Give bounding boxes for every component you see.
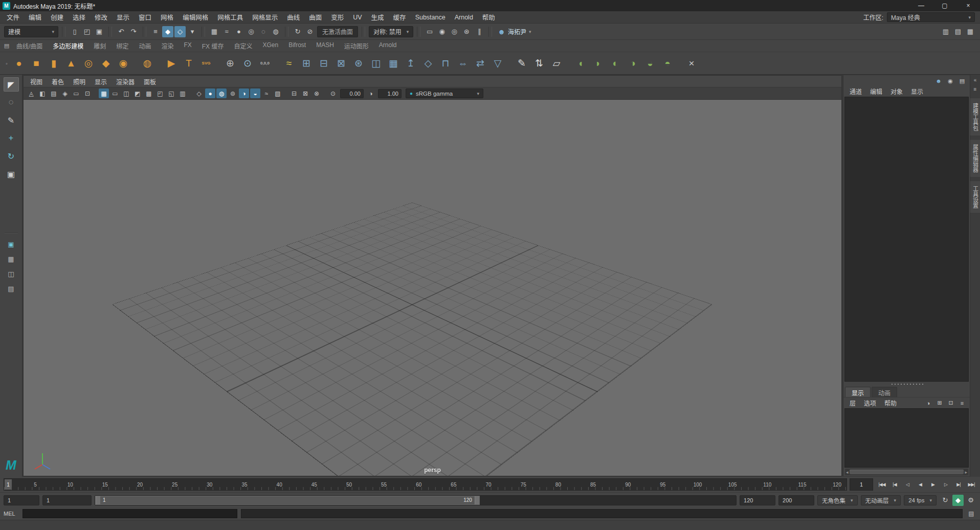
command-results[interactable] (241, 509, 963, 518)
new-scene-icon[interactable]: ▯ (69, 26, 80, 37)
gamma-icon[interactable]: ◑ (366, 89, 376, 98)
pause-icon[interactable]: ∥ (474, 26, 485, 37)
wireframe-display-icon[interactable]: ◇ (194, 89, 204, 98)
select-tool[interactable]: ◤ (4, 77, 19, 92)
snap-to-projected-center-icon[interactable]: ◎ (246, 26, 257, 37)
safe-action-icon[interactable]: ◰ (155, 89, 165, 98)
boolean-icon[interactable]: ⊛ (351, 56, 366, 71)
menu-item[interactable]: 网格显示 (248, 11, 282, 23)
snap-to-curve-icon[interactable]: ≈ (221, 26, 232, 37)
poly-sphere-icon[interactable]: ● (11, 56, 27, 71)
new-layer-from-selected-icon[interactable]: ⊡ (946, 399, 955, 408)
shelf-tab[interactable]: 绑定 (111, 40, 133, 52)
playback-range-bar[interactable]: 1 120 (95, 496, 480, 505)
grid-toggle-icon[interactable]: ▦ (99, 89, 109, 98)
shelf-tab[interactable]: 雕刻 (88, 40, 111, 52)
current-frame-field[interactable]: 1 (850, 478, 873, 491)
make-live-icon[interactable]: ◍ (270, 26, 281, 37)
bridge-icon[interactable]: ⊓ (438, 56, 453, 71)
combine-icon[interactable]: ⊞ (299, 56, 314, 71)
shelf-tab[interactable]: 运动图形 (339, 40, 374, 52)
smooth-brush-icon[interactable]: ◗ (590, 56, 606, 71)
shelf-tab[interactable]: 多边形建模 (48, 40, 88, 52)
cleanup-icon[interactable]: × (684, 56, 699, 71)
menu-item[interactable]: 曲面 (304, 11, 326, 23)
resolution-gate-icon[interactable]: ◫ (121, 89, 131, 98)
poly-cone-icon[interactable]: ▲ (63, 56, 79, 71)
animation-end-field[interactable]: 200 (778, 495, 814, 505)
bevel-icon[interactable]: ◇ (420, 56, 436, 71)
menu-item[interactable]: 曲线 (282, 11, 304, 23)
shelf-tab[interactable]: Bifrost (283, 40, 311, 52)
symmetrize-icon[interactable]: ⇔ (455, 56, 471, 71)
shelf-item-menu-icon[interactable]: ◦ (2, 60, 11, 67)
no-construction-history-icon[interactable]: ⊘ (304, 26, 316, 37)
sidebar-vertical-tab[interactable]: 属性编辑器 (970, 139, 980, 178)
outliner-pane-layout-icon[interactable]: ▤ (4, 283, 19, 294)
bulge-brush-icon[interactable]: ◐ (608, 56, 623, 71)
ambient-occlusion-icon[interactable]: ◒ (250, 89, 260, 98)
timeline-playhead[interactable]: 1 (5, 479, 12, 490)
layer-menu-item[interactable]: 层 (845, 399, 860, 407)
sidebar-vertical-tab[interactable]: 工具设置 (970, 181, 980, 213)
modeling-toolkit-toggle-icon[interactable]: ▥ (940, 26, 951, 37)
menu-item[interactable]: 窗口 (134, 11, 156, 23)
fps-dropdown[interactable]: 24 fps ▾ (904, 495, 937, 505)
play-backwards-button[interactable]: ◀ (914, 478, 926, 491)
range-slider-track[interactable]: 1 120 (95, 495, 737, 505)
sculpt-brush-icon[interactable]: ◖ (573, 56, 588, 71)
camera-attributes-icon[interactable]: ▤ (49, 89, 59, 98)
lock-camera-icon[interactable]: ◧ (37, 89, 48, 98)
snap-align-icon[interactable]: ⊙ (240, 56, 255, 71)
menu-item[interactable]: 网格工具 (213, 11, 248, 23)
poly-cube-icon[interactable]: ■ (29, 56, 44, 71)
scroll-right-icon[interactable]: ▸ (965, 470, 967, 475)
minimize-button[interactable]: — (909, 0, 933, 11)
menu-item[interactable]: 选择 (68, 11, 90, 23)
step-forward-frame-button[interactable]: ▶| (952, 478, 965, 491)
horizontal-scrollbar[interactable]: ◂ ▸ (845, 469, 968, 475)
svg-tool-icon[interactable]: SVG (198, 56, 214, 71)
shelf-tab[interactable]: FX 缓存 (197, 40, 229, 52)
rotate-tool[interactable]: ↻ (4, 149, 19, 163)
snap-to-view-plane-icon[interactable]: ◌ (258, 26, 269, 37)
lasso-tool[interactable]: ◌ (4, 95, 19, 109)
zero-transform-icon[interactable]: 0,0,0 (257, 56, 273, 71)
channel-box-menu-item[interactable]: 显示 (907, 87, 927, 96)
poly-plane-icon[interactable]: ◆ (98, 56, 114, 71)
textured-display-icon[interactable]: ◍ (216, 89, 227, 98)
exposure-icon[interactable]: ⊙ (328, 89, 338, 98)
extract-icon[interactable]: ⊠ (333, 56, 349, 71)
playback-start-field[interactable]: 1 (42, 495, 92, 505)
notes-icon[interactable]: ▤ (957, 76, 967, 85)
go-to-end-button[interactable]: ▶▶| (965, 478, 977, 491)
menu-item[interactable]: 变形 (326, 11, 348, 23)
snap-to-point-icon[interactable]: ● (233, 26, 244, 37)
isolate-select-icon[interactable]: ⊟ (289, 89, 299, 98)
undo-icon[interactable]: ↶ (116, 26, 127, 37)
transfer-attributes-icon[interactable]: ⇄ (473, 56, 488, 71)
panel-splitter[interactable] (843, 382, 970, 386)
smooth-mesh-icon[interactable]: ≈ (281, 56, 297, 71)
viewport-menu-item[interactable]: 显示 (90, 77, 112, 86)
shaded-display-icon[interactable]: ● (205, 89, 215, 98)
script-editor-icon[interactable]: ▤ (966, 509, 976, 519)
viewport-menu-item[interactable]: 渲染器 (112, 77, 139, 86)
shelf-tab[interactable]: 渲染 (156, 40, 179, 52)
layer-menu-item[interactable]: 帮助 (880, 399, 901, 407)
channel-box-menu-item[interactable]: 通道 (845, 87, 866, 96)
xray-joints-icon[interactable]: ⊗ (311, 89, 322, 98)
connect-icon[interactable]: ⇅ (531, 56, 547, 71)
viewport-menu-item[interactable]: 照明 (69, 77, 90, 86)
viewport-menu-item[interactable]: 面板 (139, 77, 161, 86)
viewport-menu-item[interactable]: 着色 (47, 77, 69, 86)
scroll-left-icon[interactable]: ◂ (846, 470, 849, 475)
poly-torus-icon[interactable]: ◎ (81, 56, 96, 71)
person-icon[interactable]: ☻ (934, 76, 943, 85)
expand-panel-icon[interactable]: « (971, 76, 979, 84)
paint-select-tool[interactable]: ✎ (4, 113, 19, 127)
focus-origin-icon[interactable]: ⊕ (222, 56, 238, 71)
field-chart-icon[interactable]: ▩ (144, 89, 154, 98)
xray-icon[interactable]: ⊠ (300, 89, 310, 98)
poly-pipe-icon[interactable]: ◉ (116, 56, 131, 71)
